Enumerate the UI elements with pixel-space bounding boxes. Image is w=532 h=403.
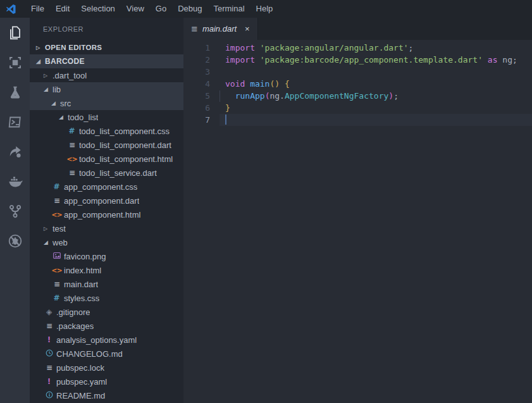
open-editors-section[interactable]: ▷ OPEN EDITORS [30,40,183,54]
tree-item-index-html[interactable]: <>index.html [30,263,183,277]
tree-item-label: todo_list [68,113,98,122]
tree-item-label: pubspec.yaml [56,377,107,387]
tree-item-pubspec-lock[interactable]: ≡pubspec.lock [30,361,183,375]
menu-file[interactable]: File [25,0,50,18]
chevron-collapsed-icon: ▷ [44,226,53,232]
tree-item-label: .packages [56,321,94,331]
menu-help[interactable]: Help [251,0,279,18]
bug-disabled-icon[interactable] [0,226,30,256]
menu-selection[interactable]: Selection [75,0,120,18]
code-editor[interactable]: 1234567 import 'package:angular/angular.… [183,40,532,403]
code-token: ng. [269,91,284,101]
code-line-1[interactable]: import 'package:angular/angular.dart'; [225,42,532,54]
code-line-2[interactable]: import 'package:barcode/app_component.te… [225,54,532,66]
tree-item-packages[interactable]: ≡.packages [30,319,183,333]
tree-item-label: todo_list_service.dart [79,168,157,178]
tab-close-icon[interactable]: × [245,24,250,34]
code-token: ) [388,91,393,101]
html-file-icon: <> [66,155,77,163]
sidebar-title: EXPLORER [30,18,183,40]
file-file-icon: ≡ [44,363,54,372]
square-frame-icon[interactable] [0,47,30,77]
tree-item-label: app_component.css [64,182,137,192]
docker-icon[interactable] [0,166,30,196]
tree-item-label: app_component.dart [64,196,139,206]
menu-terminal[interactable]: Terminal [207,0,250,18]
source-control-icon[interactable] [0,196,30,226]
tree-item-todo-list-component-html[interactable]: <>todo_list_component.html [30,152,183,166]
line-number: 7 [183,114,210,126]
terminal-icon[interactable] [0,107,30,137]
menu-go[interactable]: Go [150,0,172,18]
code-token: AppComponentNgFactory [285,91,388,101]
tree-item-label: .dart_tool [53,71,87,80]
tree-item-label: favicon.png [64,252,106,261]
tree-item-todo-list-service-dart[interactable]: ≡todo_list_service.dart [30,166,183,180]
tree-item-todo-list[interactable]: ◢todo_list [30,110,183,124]
tree-item-todo-list-component-css[interactable]: #todo_list_component.css [30,124,183,138]
chevron-expanded-icon: ◢ [44,239,53,245]
file-file-icon: ≡ [51,196,62,205]
tree-item-analysis-options-yaml[interactable]: !analysis_options.yaml [30,333,183,347]
menu-debug[interactable]: Debug [172,0,207,18]
tree-item-label: index.html [64,266,101,275]
tree-item-gitignore[interactable]: ◈.gitignore [30,305,183,319]
css-file-icon: # [66,127,77,135]
tab-main-dart[interactable]: ≡ main.dart × [183,18,258,40]
tree-item-src[interactable]: ◢src [30,96,183,110]
file-tree: ◢BARCODE▷.dart_tool◢lib◢src◢todo_list#to… [30,54,183,402]
tree-item-label: web [53,238,68,247]
git-file-icon: ◈ [44,307,54,316]
tree-item-label: CHANGELOG.md [56,349,123,359]
tree-item-label: todo_list_component.css [79,127,170,136]
code-line-4[interactable]: void main() { [225,78,532,90]
chevron-collapsed-icon: ▷ [44,73,53,78]
indent-guide [220,90,220,102]
css-file-icon: # [51,294,62,302]
menu-edit[interactable]: Edit [50,0,75,18]
file-file-icon: ≡ [66,140,77,149]
editor-body: 1234567 import 'package:angular/angular.… [183,40,532,403]
beaker-icon[interactable] [0,77,30,107]
explorer-sidebar: EXPLORER ▷ OPEN EDITORS ◢BARCODE▷.dart_t… [30,18,183,403]
tree-item-label: src [60,99,71,108]
tree-item-label: main.dart [64,280,98,289]
code-line-6[interactable]: } [225,102,532,114]
chevron-expanded-icon: ◢ [51,100,60,106]
chevron-expanded-icon: ◢ [44,86,53,92]
code-token [280,79,285,89]
share-arrow-icon[interactable] [0,137,30,166]
menu-view[interactable]: View [121,0,150,18]
code-token [483,55,488,65]
tree-item-app-component-dart[interactable]: ≡app_component.dart [30,194,183,208]
tree-item-label: app_component.html [64,210,140,220]
tab-label: main.dart [202,24,237,34]
tree-item-todo-list-component-dart[interactable]: ≡todo_list_component.dart [30,138,183,152]
tree-item-barcode[interactable]: ◢BARCODE [30,54,183,68]
file-file-icon: ≡ [44,321,54,330]
tree-item-dart-tool[interactable]: ▷.dart_tool [30,68,183,82]
tree-item-favicon-png[interactable]: favicon.png [30,249,183,263]
info-file-icon [44,391,54,400]
explorer-icon[interactable] [0,18,30,47]
code-line-3[interactable] [225,66,532,78]
tree-item-styles-css[interactable]: #styles.css [30,291,183,305]
code-line-7[interactable] [225,114,532,126]
clock-file-icon [44,349,54,358]
tree-item-label: analysis_options.yaml [56,335,137,345]
tree-item-app-component-html[interactable]: <>app_component.html [30,208,183,221]
tree-item-test[interactable]: ▷test [30,221,183,235]
code-line-5[interactable]: runApp(ng.AppComponentNgFactory); [225,90,532,102]
tree-item-changelog-md[interactable]: CHANGELOG.md [30,347,183,361]
file-file-icon: ≡ [66,168,77,177]
code-token [225,91,235,101]
tree-item-app-component-css[interactable]: #app_component.css [30,180,183,194]
tree-item-readme-md[interactable]: README.md [30,388,183,402]
tree-item-lib[interactable]: ◢lib [30,82,183,96]
tree-item-pubspec-yaml[interactable]: !pubspec.yaml [30,375,183,388]
line-number: 3 [183,66,210,78]
tree-item-main-dart[interactable]: ≡main.dart [30,277,183,291]
html-file-icon: <> [51,211,62,219]
code-token: runApp [235,91,265,101]
tree-item-web[interactable]: ◢web [30,235,183,249]
